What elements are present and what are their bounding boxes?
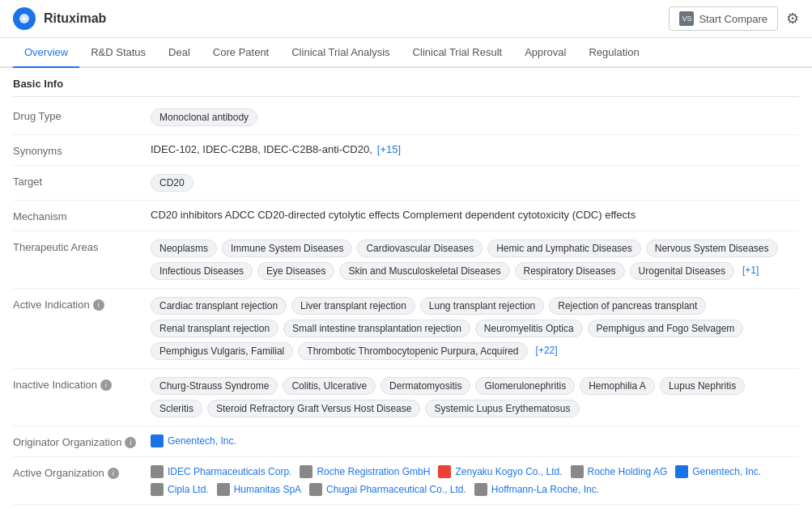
- org-logo-idec: [151, 465, 164, 478]
- tab-overview[interactable]: Overview: [13, 38, 79, 68]
- ta-tag-skin[interactable]: Skin and Musculoskeletal Diseases: [339, 262, 509, 280]
- value-therapeutic-areas: Neoplasms Immune System Diseases Cardiov…: [151, 239, 799, 280]
- row-target: Target CD20: [13, 166, 799, 201]
- ta-tag-infectious[interactable]: Infectious Diseases: [151, 262, 253, 280]
- org-cipla: Cipla Ltd.: [151, 483, 209, 496]
- org-logo-cipla: [151, 483, 164, 496]
- ii-tag-scleritis[interactable]: Scleritis: [151, 400, 202, 417]
- value-inactive-indication: Churg-Strauss Syndrome Colitis, Ulcerati…: [151, 377, 799, 417]
- org-logo-roche-holding: [571, 465, 584, 478]
- ta-tag-cardiovascular[interactable]: Cardiovascular Diseases: [357, 239, 483, 257]
- org-name-zenyaku[interactable]: Zenyaku Kogyo Co., Ltd.: [455, 466, 562, 477]
- label-mechanism: Mechanism: [13, 209, 151, 222]
- org-genentech-originator: Genentech, Inc.: [151, 434, 236, 447]
- org-name-genentech-originator[interactable]: Genentech, Inc.: [168, 435, 236, 447]
- org-logo-genentech-active: [675, 465, 688, 478]
- ii-tag-systemic-lupus[interactable]: Systemic Lupus Erythematosus: [425, 400, 579, 417]
- row-mechanism: Mechanism CD20 inhibitors ADCC CD20-dire…: [13, 201, 799, 231]
- ta-tag-immune[interactable]: Immune System Diseases: [222, 239, 352, 257]
- ii-tag-steroid[interactable]: Steroid Refractory Graft Versus Host Dis…: [207, 400, 420, 417]
- ai-tag-renal[interactable]: Renal transplant rejection: [151, 320, 278, 337]
- tab-core-patent[interactable]: Core Patent: [202, 38, 280, 68]
- ta-tag-eye[interactable]: Eye Diseases: [257, 262, 334, 280]
- ai-tag-cardiac[interactable]: Cardiac transplant rejection: [151, 297, 287, 315]
- tab-approval[interactable]: Approval: [513, 38, 577, 68]
- value-drug-type: Monoclonal antibody: [151, 108, 799, 126]
- row-active-indication: Active Indication i Cardiac transplant r…: [13, 289, 799, 369]
- content-area: Basic Info Drug Type Monoclonal antibody…: [0, 68, 812, 512]
- org-logo-chugai: [309, 483, 322, 496]
- org-genentech-active: Genentech, Inc.: [675, 465, 761, 478]
- label-synonyms: Synonyms: [13, 143, 151, 157]
- row-active-org: Active Organization i IDEC Pharmaceutica…: [13, 457, 799, 505]
- org-name-hoffmann[interactable]: Hoffmann-La Roche, Inc.: [491, 484, 599, 495]
- org-chugai: Chugai Pharmaceutical Co., Ltd.: [309, 483, 466, 496]
- ii-tag-churg[interactable]: Churg-Strauss Syndrome: [151, 377, 278, 395]
- label-target: Target: [13, 174, 151, 188]
- tab-rd-status[interactable]: R&D Status: [79, 38, 157, 68]
- compare-button[interactable]: VS Start Compare: [669, 6, 778, 31]
- ai-tag-neuromyelitis[interactable]: Neuromyelitis Optica: [475, 320, 583, 337]
- org-logo-genentech: [151, 434, 164, 447]
- ai-more-link[interactable]: [+22]: [533, 342, 561, 358]
- ai-tag-lung[interactable]: Lung transplant rejection: [420, 297, 544, 315]
- value-active-indication: Cardiac transplant rejection Liver trans…: [151, 297, 799, 360]
- active-org-info-icon[interactable]: i: [108, 468, 119, 479]
- org-name-humanitas[interactable]: Humanitas SpA: [234, 484, 301, 495]
- tab-clinical-trial-analysis[interactable]: Clinical Trial Analysis: [280, 38, 401, 68]
- label-inactive-indication: Inactive Indication i: [13, 377, 151, 391]
- ii-tag-colitis[interactable]: Colitis, Ulcerative: [283, 377, 376, 395]
- inactive-indication-info-icon[interactable]: i: [100, 379, 112, 391]
- ai-tag-pancreas[interactable]: Rejection of pancreas transplant: [549, 297, 706, 315]
- ai-tag-small-intestine[interactable]: Small intestine transplantation rejectio…: [283, 320, 470, 337]
- org-logo-roche-reg: [300, 465, 312, 478]
- ai-tag-thrombotic[interactable]: Thrombotic Thrombocytopenic Purpura, Acq…: [298, 342, 527, 360]
- tab-regulation[interactable]: Regulation: [577, 38, 650, 68]
- tab-deal[interactable]: Deal: [157, 38, 202, 68]
- value-target: CD20: [151, 174, 799, 192]
- org-name-genentech-active[interactable]: Genentech, Inc.: [692, 466, 761, 477]
- org-name-cipla[interactable]: Cipla Ltd.: [168, 484, 209, 495]
- ii-tag-hemophilia[interactable]: Hemophilia A: [580, 377, 655, 395]
- org-name-idec[interactable]: IDEC Pharmaceuticals Corp.: [168, 466, 291, 477]
- org-name-chugai[interactable]: Chugai Pharmaceutical Co., Ltd.: [326, 484, 466, 495]
- ta-more-link[interactable]: [+1]: [739, 262, 762, 278]
- settings-icon[interactable]: ⚙: [786, 10, 799, 28]
- org-logo-humanitas: [217, 483, 230, 496]
- org-hoffmann: Hoffmann-La Roche, Inc.: [474, 483, 599, 496]
- drug-icon: [13, 7, 36, 30]
- drug-type-tag: Monoclonal antibody: [151, 108, 257, 126]
- org-idec: IDEC Pharmaceuticals Corp.: [151, 465, 291, 478]
- active-indication-info-icon[interactable]: i: [93, 299, 104, 311]
- row-inactive-org: Inactive Organization i Roche Pharma AG …: [13, 505, 799, 512]
- compare-icon: VS: [679, 11, 694, 26]
- ii-tag-glomerulo[interactable]: Glomerulonephritis: [475, 377, 575, 395]
- label-drug-type: Drug Type: [13, 108, 151, 122]
- ii-tag-lupus-nephritis[interactable]: Lupus Nephritis: [660, 377, 745, 395]
- tab-clinical-trial-result[interactable]: Clinical Trial Result: [402, 38, 514, 68]
- value-mechanism: CD20 inhibitors ADCC CD20-directed cytol…: [151, 209, 799, 221]
- org-logo-zenyaku: [438, 465, 451, 478]
- ta-tag-neoplasms[interactable]: Neoplasms: [151, 239, 217, 257]
- ta-tag-hemic[interactable]: Hemic and Lymphatic Diseases: [487, 239, 641, 257]
- synonyms-more-link[interactable]: [+15]: [377, 143, 401, 155]
- ai-tag-liver[interactable]: Liver transplant rejection: [291, 297, 415, 315]
- ai-tag-pemphigus-fogo[interactable]: Pemphigus and Fogo Selvagem: [588, 320, 744, 337]
- compare-label: Start Compare: [699, 13, 767, 25]
- originator-org-info-icon[interactable]: i: [125, 437, 136, 448]
- value-active-org: IDEC Pharmaceuticals Corp. Roche Registr…: [151, 465, 799, 496]
- ta-tag-nervous[interactable]: Nervous System Diseases: [646, 239, 778, 257]
- org-name-roche-registration[interactable]: Roche Registration GmbH: [317, 466, 430, 477]
- org-zenyaku: Zenyaku Kogyo Co., Ltd.: [438, 465, 562, 478]
- ta-tag-urogenital[interactable]: Urogenital Diseases: [630, 262, 734, 280]
- org-roche-registration: Roche Registration GmbH: [300, 465, 430, 478]
- row-therapeutic-areas: Therapeutic Areas Neoplasms Immune Syste…: [13, 231, 799, 289]
- section-basic-info: Basic Info: [13, 68, 799, 97]
- org-name-roche-holding[interactable]: Roche Holding AG: [588, 466, 668, 477]
- header: Rituximab VS Start Compare ⚙: [0, 0, 812, 38]
- nav-tabs: Overview R&D Status Deal Core Patent Cli…: [0, 38, 812, 68]
- ii-tag-dermato[interactable]: Dermatomyositis: [380, 377, 470, 395]
- ai-tag-pemphigus-vulgaris[interactable]: Pemphigus Vulgaris, Familial: [151, 342, 293, 360]
- ta-tag-respiratory[interactable]: Respiratory Diseases: [515, 262, 625, 280]
- synonyms-text: IDEC-102, IDEC-C2B8, IDEC-C2B8-anti-CD20…: [151, 143, 372, 155]
